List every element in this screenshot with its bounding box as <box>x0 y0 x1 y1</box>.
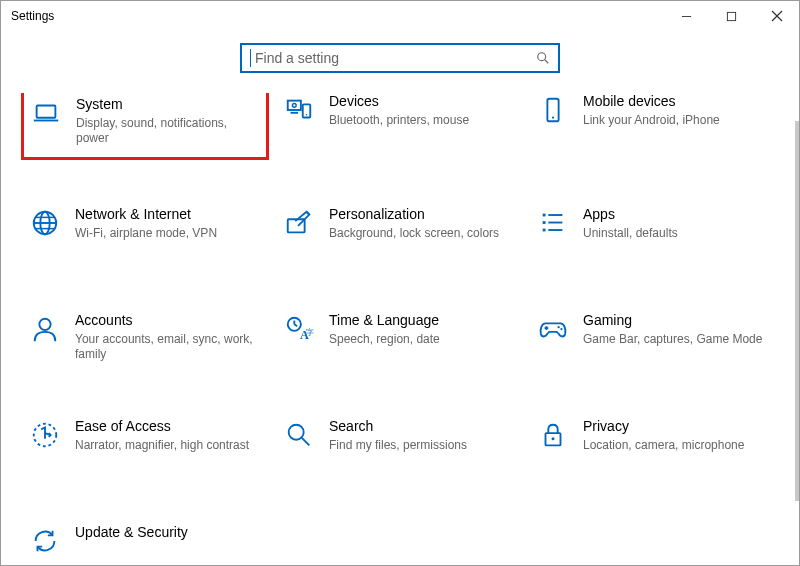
tile-network[interactable]: Network & Internet Wi-Fi, airplane mode,… <box>29 206 263 266</box>
tile-time-language[interactable]: A字 Time & Language Speech, region, date <box>283 312 517 372</box>
paint-icon <box>283 206 315 266</box>
update-icon <box>29 524 61 565</box>
tile-personalization[interactable]: Personalization Background, lock screen,… <box>283 206 517 266</box>
tile-mobile-devices[interactable]: Mobile devices Link your Android, iPhone <box>537 93 771 160</box>
svg-line-5 <box>545 60 549 64</box>
gamepad-icon <box>537 312 569 372</box>
tile-title: Mobile devices <box>583 93 720 110</box>
tile-title: Privacy <box>583 418 744 435</box>
tile-devices[interactable]: Devices Bluetooth, printers, mouse <box>283 93 517 160</box>
tile-subtitle: Find my files, permissions <box>329 438 467 454</box>
svg-point-27 <box>39 319 50 330</box>
tile-subtitle: Bluetooth, printers, mouse <box>329 113 469 129</box>
svg-line-39 <box>302 438 310 446</box>
svg-point-41 <box>552 437 555 440</box>
svg-rect-25 <box>543 229 546 232</box>
tile-subtitle: Uninstall, defaults <box>583 226 678 242</box>
tile-title: Gaming <box>583 312 762 329</box>
svg-rect-1 <box>727 12 735 20</box>
magnifier-icon <box>283 418 315 478</box>
svg-rect-9 <box>303 104 311 117</box>
text-caret <box>250 49 251 67</box>
maximize-button[interactable] <box>709 1 754 31</box>
tile-update-security[interactable]: Update & Security <box>29 524 263 565</box>
tile-subtitle: Speech, region, date <box>329 332 440 348</box>
titlebar: Settings <box>1 1 799 31</box>
tile-system[interactable]: System Display, sound, notifications, po… <box>21 93 269 160</box>
tile-title: System <box>76 96 256 113</box>
tile-subtitle: Location, camera, microphone <box>583 438 744 454</box>
tile-title: Time & Language <box>329 312 440 329</box>
svg-rect-21 <box>543 214 546 217</box>
tile-title: Devices <box>329 93 469 110</box>
tile-apps[interactable]: Apps Uninstall, defaults <box>537 206 771 266</box>
tile-title: Apps <box>583 206 678 223</box>
svg-point-12 <box>306 114 308 116</box>
tile-subtitle: Link your Android, iPhone <box>583 113 720 129</box>
tile-title: Ease of Access <box>75 418 249 435</box>
tile-accounts[interactable]: Accounts Your accounts, email, sync, wor… <box>29 312 263 372</box>
user-icon <box>29 312 61 372</box>
window-controls <box>664 1 799 31</box>
tile-ease-of-access[interactable]: Ease of Access Narrator, magnifier, high… <box>29 418 263 478</box>
close-button[interactable] <box>754 1 799 31</box>
minimize-button[interactable] <box>664 1 709 31</box>
tile-subtitle: Display, sound, notifications, power <box>76 116 256 147</box>
search-box[interactable] <box>240 43 560 73</box>
ease-of-access-icon <box>29 418 61 478</box>
phone-icon <box>537 93 569 160</box>
settings-grid: System Display, sound, notifications, po… <box>29 93 771 565</box>
tile-search[interactable]: Search Find my files, permissions <box>283 418 517 478</box>
window-title: Settings <box>11 9 54 23</box>
svg-point-10 <box>292 103 296 107</box>
tile-subtitle: Game Bar, captures, Game Mode <box>583 332 762 348</box>
minimize-icon <box>681 11 692 22</box>
svg-rect-6 <box>37 106 56 118</box>
tile-title: Personalization <box>329 206 499 223</box>
svg-point-34 <box>560 328 562 330</box>
devices-icon <box>283 93 315 160</box>
svg-text:字: 字 <box>306 327 314 337</box>
svg-point-4 <box>538 53 546 61</box>
lock-icon <box>537 418 569 478</box>
search-icon <box>536 51 550 65</box>
settings-window: Settings <box>0 0 800 566</box>
tile-subtitle: Wi-Fi, airplane mode, VPN <box>75 226 217 242</box>
apps-list-icon <box>537 206 569 266</box>
maximize-icon <box>726 11 737 22</box>
svg-rect-8 <box>288 101 301 110</box>
svg-point-14 <box>552 116 554 118</box>
time-language-icon: A字 <box>283 312 315 372</box>
tile-title: Network & Internet <box>75 206 217 223</box>
tile-subtitle: Your accounts, email, sync, work, family <box>75 332 255 363</box>
tile-title: Update & Security <box>75 524 188 541</box>
tile-subtitle: Narrator, magnifier, high contrast <box>75 438 249 454</box>
scrollbar[interactable] <box>795 121 799 501</box>
search-row <box>1 31 799 93</box>
svg-point-38 <box>289 425 304 440</box>
search-input[interactable] <box>253 45 517 71</box>
tile-title: Search <box>329 418 467 435</box>
tile-gaming[interactable]: Gaming Game Bar, captures, Game Mode <box>537 312 771 372</box>
close-icon <box>771 10 783 22</box>
svg-rect-23 <box>543 221 546 224</box>
svg-line-30 <box>294 324 297 326</box>
globe-icon <box>29 206 61 266</box>
content-area: System Display, sound, notifications, po… <box>1 93 799 565</box>
tile-subtitle: Background, lock screen, colors <box>329 226 499 242</box>
tile-privacy[interactable]: Privacy Location, camera, microphone <box>537 418 771 478</box>
laptop-icon <box>30 96 62 147</box>
tile-title: Accounts <box>75 312 255 329</box>
svg-point-33 <box>558 326 560 328</box>
